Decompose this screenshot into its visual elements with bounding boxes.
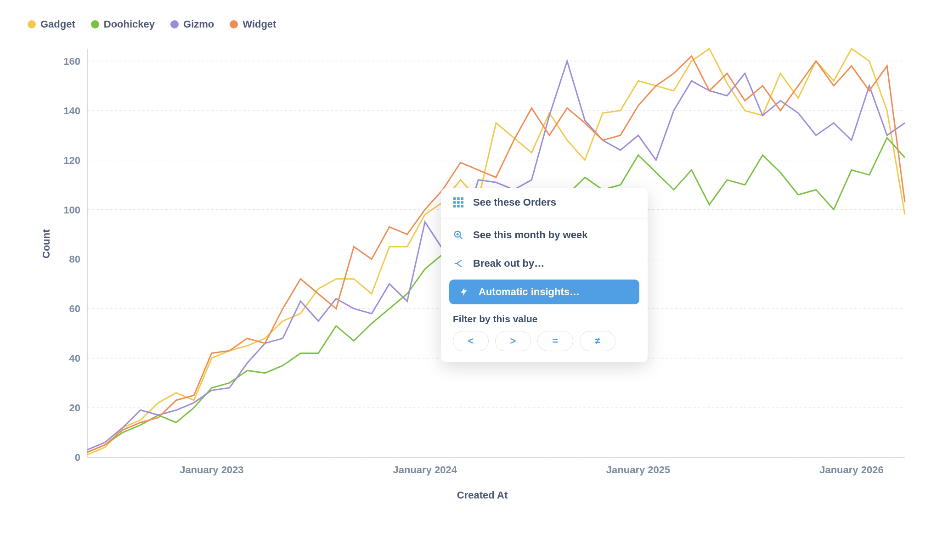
menu-break-out[interactable]: Break out by…	[441, 249, 648, 278]
svg-rect-26	[461, 197, 464, 200]
x-axis-label: Created At	[51, 489, 914, 501]
svg-text:160: 160	[63, 56, 80, 67]
svg-text:0: 0	[75, 452, 80, 463]
legend-label: Doohickey	[104, 18, 155, 30]
menu-see-month-by-week[interactable]: See this month by week	[441, 221, 648, 249]
menu-label: Break out by…	[473, 258, 544, 269]
y-axis-label: Count	[40, 229, 52, 258]
svg-rect-29	[461, 201, 464, 204]
svg-text:January 2023: January 2023	[180, 464, 243, 476]
bolt-icon	[458, 286, 469, 297]
legend-item[interactable]: Gizmo	[170, 18, 214, 30]
filter-op-button[interactable]: ≠	[580, 331, 615, 351]
legend-label: Gadget	[40, 18, 75, 30]
menu-label: See this month by week	[473, 229, 587, 241]
svg-rect-31	[457, 205, 460, 208]
svg-rect-28	[457, 201, 460, 204]
legend-label: Widget	[243, 18, 276, 30]
chart-container: GadgetDoohickeyGizmoWidget Count 0204060…	[0, 0, 948, 560]
svg-text:January 2026: January 2026	[819, 464, 883, 476]
svg-rect-30	[453, 205, 456, 208]
svg-rect-27	[453, 201, 456, 204]
svg-text:January 2025: January 2025	[606, 464, 670, 476]
legend: GadgetDoohickeyGizmoWidget	[28, 18, 920, 30]
divider	[441, 218, 648, 219]
legend-label: Gizmo	[183, 18, 214, 30]
svg-rect-32	[461, 205, 464, 208]
svg-text:100: 100	[63, 204, 80, 216]
svg-text:40: 40	[69, 353, 80, 364]
legend-swatch	[230, 20, 238, 28]
svg-text:January 2024: January 2024	[393, 464, 457, 476]
legend-item[interactable]: Widget	[230, 18, 276, 30]
menu-see-orders[interactable]: See these Orders	[441, 188, 648, 217]
zoom-in-icon	[453, 230, 464, 241]
legend-item[interactable]: Doohickey	[91, 18, 155, 30]
menu-automatic-insights[interactable]: Automatic insights…	[449, 280, 639, 304]
svg-text:60: 60	[69, 303, 80, 314]
filter-op-button[interactable]: =	[537, 331, 573, 351]
filter-by-value-label: Filter by this value	[441, 311, 648, 331]
svg-line-34	[460, 236, 463, 239]
svg-marker-38	[461, 266, 463, 268]
filter-op-button[interactable]: >	[495, 331, 531, 351]
svg-text:140: 140	[63, 105, 80, 117]
svg-marker-37	[461, 260, 463, 262]
svg-rect-24	[453, 197, 456, 200]
legend-swatch	[28, 20, 36, 28]
svg-text:80: 80	[69, 253, 80, 265]
legend-swatch	[91, 20, 99, 28]
context-menu: See these Orders See this month by week …	[441, 188, 648, 362]
split-icon	[453, 258, 464, 269]
menu-label: See these Orders	[473, 196, 556, 208]
grid-icon	[453, 197, 464, 208]
svg-rect-25	[457, 197, 460, 200]
svg-text:120: 120	[63, 155, 80, 166]
menu-label: Automatic insights…	[479, 286, 580, 298]
legend-item[interactable]: Gadget	[28, 18, 75, 30]
svg-text:20: 20	[69, 402, 80, 414]
filter-operators: <>=≠	[441, 331, 648, 351]
legend-swatch	[170, 20, 179, 28]
filter-op-button[interactable]: <	[453, 331, 489, 351]
